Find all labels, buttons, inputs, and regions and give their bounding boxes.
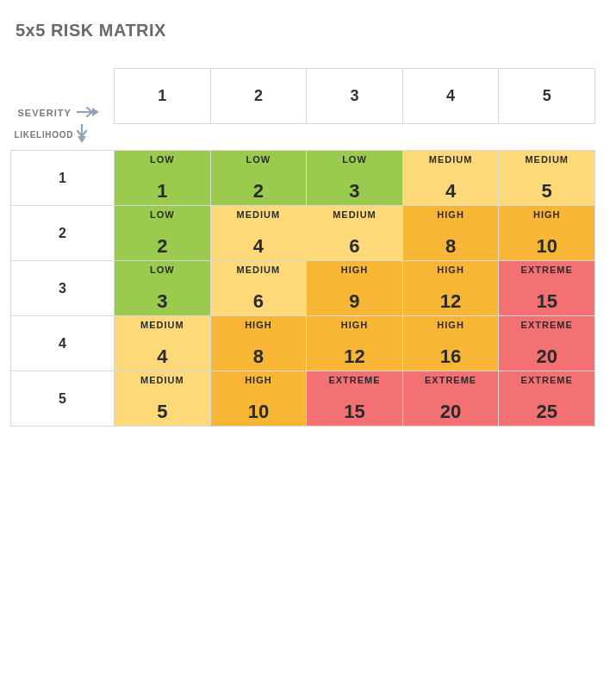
- matrix-cell: EXTREME20: [402, 371, 499, 427]
- matrix-cell: MEDIUM6: [210, 261, 307, 316]
- matrix-cell: LOW3: [307, 151, 403, 206]
- matrix-cell: EXTREME15: [307, 371, 403, 427]
- severity-axis-label: SEVERITY: [18, 107, 99, 119]
- matrix-cell: HIGH10: [499, 206, 595, 261]
- matrix-cell: EXTREME25: [499, 371, 595, 427]
- matrix-cell: MEDIUM6: [307, 206, 403, 261]
- matrix-cell: HIGH16: [402, 316, 499, 371]
- arrow-down-icon: [77, 124, 87, 145]
- matrix-cell: HIGH12: [307, 316, 403, 371]
- matrix-cell: LOW2: [210, 151, 307, 206]
- matrix-cell: HIGH8: [210, 316, 307, 371]
- matrix-cell: HIGH10: [210, 371, 307, 427]
- likelihood-header-4: 4: [11, 316, 115, 371]
- matrix-cell: EXTREME15: [499, 261, 595, 316]
- severity-header-5: 5: [499, 69, 595, 124]
- likelihood-header-5: 5: [11, 371, 115, 427]
- matrix-cell: MEDIUM5: [499, 151, 595, 206]
- severity-header-2: 2: [210, 69, 307, 124]
- severity-header-1: 1: [115, 69, 211, 124]
- page-title: 5x5 RISK MATRIX: [16, 21, 595, 40]
- likelihood-header-1: 1: [11, 151, 115, 206]
- axis-corner: SEVERITY: [11, 69, 115, 124]
- arrow-right-icon: [77, 107, 99, 119]
- matrix-cell: HIGH9: [307, 261, 403, 316]
- matrix-cell: MEDIUM4: [402, 151, 499, 206]
- matrix-cell: MEDIUM4: [210, 206, 307, 261]
- risk-matrix: SEVERITY 1 2 3 4 5 LIKELIHOOD 1: [10, 68, 595, 427]
- matrix-cell: MEDIUM4: [115, 316, 211, 371]
- severity-header-4: 4: [402, 69, 499, 124]
- likelihood-label-text: LIKELIHOOD: [15, 130, 74, 140]
- matrix-cell: HIGH8: [402, 206, 499, 261]
- likelihood-axis-label: LIKELIHOOD: [13, 124, 595, 145]
- likelihood-header-3: 3: [11, 261, 115, 316]
- matrix-cell: MEDIUM5: [115, 371, 211, 427]
- likelihood-axis-cell: LIKELIHOOD: [11, 124, 595, 151]
- matrix-cell: EXTREME20: [499, 316, 595, 371]
- matrix-cell: LOW2: [115, 206, 211, 261]
- matrix-cell: HIGH12: [402, 261, 499, 316]
- likelihood-header-2: 2: [11, 206, 115, 261]
- matrix-cell: LOW1: [115, 151, 211, 206]
- matrix-cell: LOW3: [115, 261, 211, 316]
- severity-label-text: SEVERITY: [18, 108, 72, 118]
- severity-header-3: 3: [307, 69, 403, 124]
